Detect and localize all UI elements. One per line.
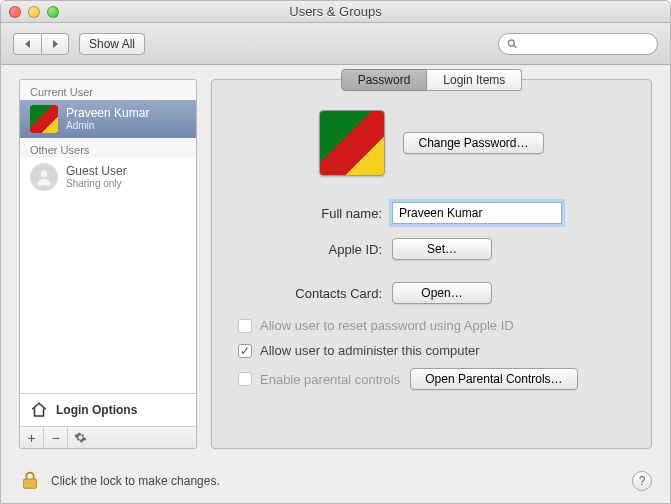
full-name-label: Full name: (232, 206, 382, 221)
toolbar: Show All (1, 23, 670, 65)
login-options-row[interactable]: Login Options (20, 393, 196, 426)
window-title: Users & Groups (1, 4, 670, 19)
window-controls (9, 6, 59, 18)
allow-admin-row[interactable]: Allow user to administer this computer (232, 343, 631, 358)
parental-controls-label: Enable parental controls (260, 372, 400, 387)
tabs: Password Login Items (341, 69, 523, 91)
help-button[interactable]: ? (632, 471, 652, 491)
tab-login-items[interactable]: Login Items (427, 69, 522, 91)
main-panel: Password Login Items Change Password… Fu… (211, 79, 652, 449)
set-apple-id-button[interactable]: Set… (392, 238, 492, 260)
user-name: Praveen Kumar (66, 107, 149, 120)
user-sidebar: Current User Praveen Kumar Admin Other U… (19, 79, 197, 449)
parental-controls-row: Enable parental controls (238, 372, 400, 387)
search-input[interactable] (523, 37, 649, 51)
lock-icon (19, 469, 41, 491)
user-role: Sharing only (66, 178, 127, 189)
minimize-window-button[interactable] (28, 6, 40, 18)
back-button[interactable] (13, 33, 41, 55)
triangle-right-icon (50, 39, 60, 49)
person-icon (34, 167, 54, 187)
user-role: Admin (66, 120, 149, 131)
sidebar-footer: + − (20, 426, 196, 448)
titlebar: Users & Groups (1, 1, 670, 23)
forward-button[interactable] (41, 33, 69, 55)
allow-admin-checkbox[interactable] (238, 344, 252, 358)
lock-button[interactable] (19, 469, 41, 494)
sidebar-user-current[interactable]: Praveen Kumar Admin (20, 100, 196, 138)
close-window-button[interactable] (9, 6, 21, 18)
zoom-window-button[interactable] (47, 6, 59, 18)
search-icon (507, 38, 518, 50)
svg-point-0 (508, 39, 514, 45)
current-user-header: Current User (20, 80, 196, 100)
triangle-left-icon (23, 39, 33, 49)
apple-id-label: Apple ID: (232, 242, 382, 257)
full-name-input[interactable] (392, 202, 562, 224)
change-password-button[interactable]: Change Password… (403, 132, 543, 154)
other-users-header: Other Users (20, 138, 196, 158)
allow-reset-checkbox (238, 319, 252, 333)
user-name: Guest User (66, 165, 127, 178)
show-all-button[interactable]: Show All (79, 33, 145, 55)
avatar (30, 163, 58, 191)
action-menu-button[interactable] (68, 427, 92, 448)
tab-password[interactable]: Password (341, 69, 428, 91)
allow-reset-row: Allow user to reset password using Apple… (232, 318, 631, 333)
login-options-label: Login Options (56, 403, 137, 417)
house-icon (30, 401, 48, 419)
sidebar-user-guest[interactable]: Guest User Sharing only (20, 158, 196, 196)
add-user-button[interactable]: + (20, 427, 44, 448)
allow-admin-label: Allow user to administer this computer (260, 343, 480, 358)
nav-segment (13, 33, 69, 55)
allow-reset-label: Allow user to reset password using Apple… (260, 318, 514, 333)
search-field[interactable] (498, 33, 658, 55)
svg-rect-3 (24, 479, 37, 488)
open-contacts-button[interactable]: Open… (392, 282, 492, 304)
user-picture[interactable] (319, 110, 385, 176)
gear-icon (74, 431, 87, 444)
footer: Click the lock to make changes. ? (1, 459, 670, 503)
lock-text: Click the lock to make changes. (51, 474, 220, 488)
preferences-window: Users & Groups Show All Current User (0, 0, 671, 504)
open-parental-controls-button[interactable]: Open Parental Controls… (410, 368, 577, 390)
svg-point-2 (41, 170, 48, 177)
contacts-card-label: Contacts Card: (232, 286, 382, 301)
avatar (30, 105, 58, 133)
svg-line-1 (514, 45, 517, 48)
remove-user-button[interactable]: − (44, 427, 68, 448)
parental-controls-checkbox (238, 372, 252, 386)
